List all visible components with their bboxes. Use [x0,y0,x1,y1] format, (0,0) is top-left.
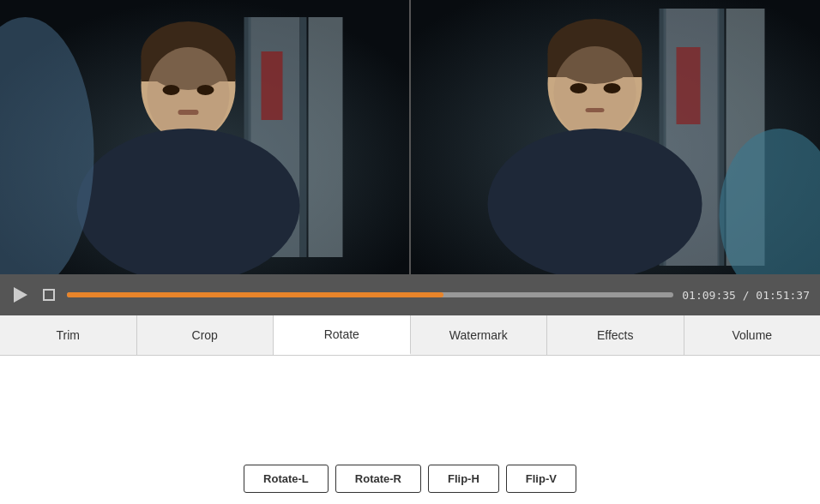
tab-trim[interactable]: Trim [0,315,137,355]
svg-point-16 [197,85,214,95]
svg-rect-31 [586,108,605,112]
video-panel-left [0,0,411,274]
svg-rect-14 [178,110,199,115]
stop-button[interactable] [39,285,58,304]
tab-effects[interactable]: Effects [547,315,684,355]
stop-icon [43,289,55,301]
progress-fill [67,292,443,297]
flip-h-button[interactable]: Flip-H [428,465,499,493]
svg-point-33 [604,83,621,93]
video-canvas-right [411,0,820,274]
rotate-l-button[interactable]: Rotate-L [244,465,329,493]
svg-rect-4 [300,17,307,257]
progress-bar[interactable] [67,292,673,297]
svg-rect-23 [677,47,701,124]
svg-point-32 [570,83,588,93]
tab-rotate[interactable]: Rotate [274,315,411,355]
video-panel-right [411,0,820,274]
content-area: Rotate-L Rotate-R Flip-H Flip-V [0,356,820,504]
svg-point-15 [163,85,180,95]
svg-point-10 [148,47,230,141]
tab-volume[interactable]: Volume [684,315,821,355]
tab-watermark[interactable]: Watermark [411,315,548,355]
flip-v-button[interactable]: Flip-V [506,465,576,493]
rotate-r-button[interactable]: Rotate-R [335,465,421,493]
svg-point-29 [488,129,702,274]
time-display: 01:09:35 / 01:51:37 [682,289,810,302]
play-icon [14,287,27,303]
svg-rect-6 [262,51,283,120]
svg-rect-3 [309,17,343,257]
controls-bar: 01:09:35 / 01:51:37 [0,274,820,315]
video-canvas-left [0,0,409,274]
tabs-bar: Trim Crop Rotate Watermark Effects Volum… [0,315,820,356]
action-buttons: Rotate-L Rotate-R Flip-H Flip-V [244,465,576,493]
video-area [0,0,820,274]
tab-crop[interactable]: Crop [137,315,274,355]
svg-point-27 [554,46,636,139]
play-button[interactable] [10,285,31,305]
